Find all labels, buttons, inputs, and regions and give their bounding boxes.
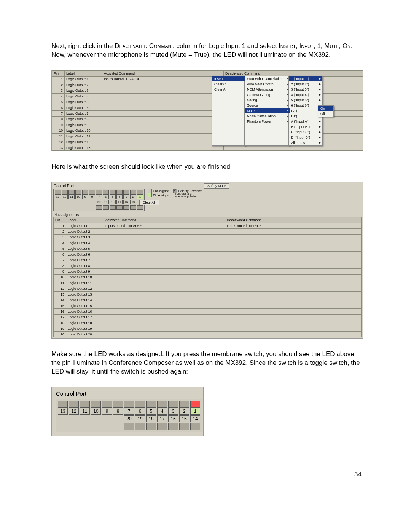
- pin-16[interactable]: 16: [168, 415, 178, 422]
- pin-12[interactable]: 12: [69, 408, 79, 415]
- menu-item[interactable]: Auto Gain Control: [245, 81, 290, 87]
- pin-9[interactable]: 9: [82, 195, 88, 199]
- menu-item[interactable]: 4 ("Input 4"): [289, 92, 322, 97]
- pin-2[interactable]: 2: [130, 195, 136, 199]
- table-row[interactable]: 17Logic Output 17: [54, 314, 362, 320]
- menu-item[interactable]: t 7"): [289, 108, 322, 113]
- pin-16[interactable]: 16: [123, 200, 129, 204]
- menu-item[interactable]: 6 ("Input 6"): [289, 103, 322, 108]
- pin-1[interactable]: 1: [137, 195, 143, 199]
- table-row[interactable]: 14Logic Output 14: [54, 297, 362, 303]
- led-20: [96, 205, 102, 210]
- table-row[interactable]: 13Logic Output 13: [54, 291, 362, 297]
- menu-level-4[interactable]: OnOff: [318, 105, 334, 117]
- menu-item[interactable]: 1 ("Input 1"): [289, 76, 322, 81]
- pin-19[interactable]: 19: [135, 415, 145, 422]
- menu-item[interactable]: C ("Input C"): [289, 129, 322, 135]
- menu-item[interactable]: A ("Input A"): [289, 119, 322, 124]
- table-row[interactable]: 3Logic Output 3: [54, 234, 362, 240]
- led-3: [168, 401, 178, 408]
- menu-item[interactable]: Auto Echo Cancellation: [245, 76, 290, 81]
- pin-4[interactable]: 4: [116, 195, 123, 199]
- menu-item[interactable]: D ("Input D"): [289, 135, 322, 140]
- table-row[interactable]: 19Logic Output 19: [54, 326, 362, 331]
- table-row[interactable]: 7Logic Output 7: [54, 257, 362, 263]
- pin-2[interactable]: 2: [179, 408, 189, 415]
- menu-level-2[interactable]: Auto Echo CancellationAuto Gain ControlN…: [244, 76, 290, 146]
- pin-3[interactable]: 3: [123, 195, 129, 199]
- pin-10[interactable]: 10: [75, 195, 81, 199]
- pin-10[interactable]: 10: [91, 408, 101, 415]
- pin-4[interactable]: 4: [157, 408, 167, 415]
- pin-15[interactable]: 15: [179, 415, 189, 422]
- menu-item[interactable]: Source: [245, 103, 290, 108]
- pin-14[interactable]: 14: [190, 415, 200, 422]
- menu-item[interactable]: NOM Attenuation: [245, 87, 290, 92]
- pin-13[interactable]: 13: [55, 195, 61, 199]
- table-row[interactable]: 8Logic Output 8: [54, 263, 362, 268]
- pin-5[interactable]: 5: [146, 408, 156, 415]
- pin-strip-top[interactable]: 13121110987654321: [58, 408, 200, 415]
- pin-9[interactable]: 9: [102, 408, 112, 415]
- pin-strip-top[interactable]: 13121110987654321: [55, 195, 143, 199]
- menu-item[interactable]: 2 ("Input 2"): [289, 81, 322, 87]
- pin-15[interactable]: 15: [130, 200, 136, 204]
- table-row[interactable]: 16Logic Output 16: [54, 308, 362, 314]
- pin-11[interactable]: 11: [80, 408, 90, 415]
- table-row[interactable]: 6Logic Output 6: [54, 251, 362, 257]
- table-row[interactable]: 10Logic Output 10: [54, 274, 362, 280]
- menu-item[interactable]: Mute: [245, 108, 290, 113]
- table-row[interactable]: 11Logic Output 11: [54, 280, 362, 286]
- menu-item[interactable]: Insert: [212, 76, 245, 81]
- pin-20[interactable]: 20: [124, 415, 134, 422]
- menu-item[interactable]: All Inputs: [289, 140, 322, 145]
- pin-1[interactable]: 1: [190, 408, 200, 415]
- pin-strip-bottom[interactable]: 20191817161514: [58, 415, 200, 422]
- menu-level-1[interactable]: InsertClear CClear A: [212, 76, 246, 146]
- led-strip-top: [58, 401, 200, 408]
- pin-19[interactable]: 19: [103, 200, 109, 204]
- menu-item[interactable]: Gating: [245, 97, 290, 103]
- safety-mute-button[interactable]: Safety Mute: [204, 183, 229, 189]
- pin-20[interactable]: 20: [96, 200, 102, 204]
- pin-17[interactable]: 17: [157, 415, 167, 422]
- menu-item[interactable]: 5 ("Input 5"): [289, 97, 322, 103]
- menu-item[interactable]: B ("Input B"): [289, 124, 322, 129]
- table-row[interactable]: 4Logic Output 4: [54, 240, 362, 246]
- pin-strip-bottom[interactable]: 20191817161514: [55, 200, 143, 204]
- table-row[interactable]: 15Logic Output 15: [54, 303, 362, 308]
- table-row[interactable]: 1Logic Output 1Inputs muted: 1=FALSEInpu…: [54, 223, 362, 228]
- pin-7[interactable]: 7: [124, 408, 134, 415]
- table-row[interactable]: 9Logic Output 9: [54, 268, 362, 274]
- menu-item[interactable]: Camera Gating: [245, 92, 290, 97]
- pin-18[interactable]: 18: [146, 415, 156, 422]
- pin-7[interactable]: 7: [96, 195, 102, 199]
- pin-11[interactable]: 11: [68, 195, 75, 199]
- menu-item[interactable]: 3 ("Input 3"): [289, 87, 322, 92]
- pin-3[interactable]: 3: [168, 408, 178, 415]
- table-row[interactable]: 18Logic Output 18: [54, 320, 362, 326]
- pin-5[interactable]: 5: [110, 195, 116, 199]
- pin-17[interactable]: 17: [116, 200, 123, 204]
- pin-8[interactable]: 8: [89, 195, 95, 199]
- menu-item[interactable]: t 8"): [289, 113, 322, 119]
- pin-18[interactable]: 18: [110, 200, 116, 204]
- menu-item[interactable]: Off: [318, 111, 333, 117]
- led-5: [110, 190, 116, 195]
- table-row[interactable]: 5Logic Output 5: [54, 246, 362, 251]
- table-row[interactable]: 12Logic Output 12: [54, 286, 362, 291]
- menu-item[interactable]: Clear C: [212, 81, 245, 87]
- pin-13[interactable]: 13: [58, 408, 68, 415]
- menu-item[interactable]: On: [318, 106, 333, 111]
- pin-6[interactable]: 6: [103, 195, 109, 199]
- table-row[interactable]: 20Logic Output 20: [54, 331, 362, 337]
- menu-item[interactable]: Phantom Power: [245, 119, 290, 124]
- clear-all-button[interactable]: Clear All: [139, 200, 159, 205]
- menu-item[interactable]: Noise Cancellation: [245, 113, 290, 119]
- pin-12[interactable]: 12: [62, 195, 68, 199]
- pin-8[interactable]: 8: [113, 408, 123, 415]
- table-row[interactable]: 2Logic Output 2: [54, 228, 362, 234]
- menu-item[interactable]: Clear A: [212, 87, 245, 92]
- paragraph-2: Here is what the screen should look like…: [51, 163, 362, 171]
- pin-6[interactable]: 6: [135, 408, 145, 415]
